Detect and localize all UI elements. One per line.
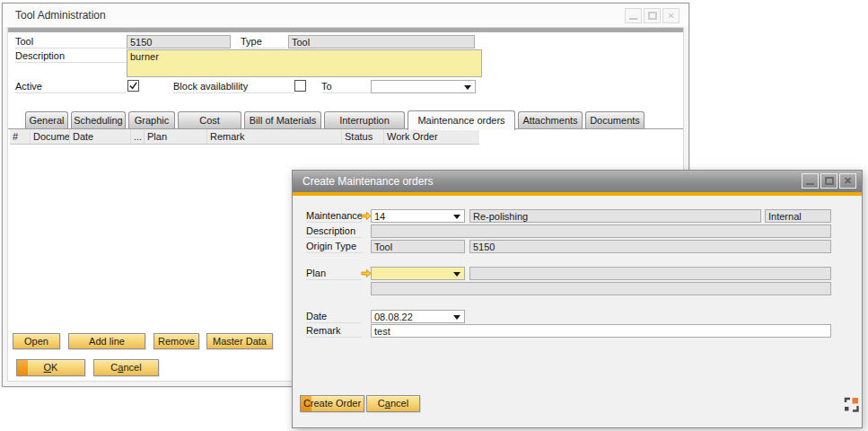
col-number: # xyxy=(10,129,31,144)
origin-type-label: Origin Type xyxy=(306,241,362,253)
orders-table-header: # Document Date ... Plan Remark Status W… xyxy=(10,129,479,145)
col-date: Date xyxy=(70,129,131,144)
create-maintenance-orders-dialog: Create Maintenance orders ✕ Maintenance … xyxy=(292,170,863,428)
tab-strip: General Scheduling Graphic Cost Bill of … xyxy=(25,110,644,128)
tool-field: 5150 xyxy=(127,35,231,48)
col-link: ... xyxy=(131,129,145,144)
window-title: Tool Administration xyxy=(15,9,106,22)
tab-cost[interactable]: Cost xyxy=(178,111,241,128)
ok-button[interactable]: OK xyxy=(16,359,85,376)
type-field: Tool xyxy=(288,35,475,48)
checkmark-icon xyxy=(128,81,138,91)
tab-maintenance-orders[interactable]: Maintenance orders xyxy=(408,110,515,130)
col-remark: Remark xyxy=(207,129,342,144)
title-bar: Tool Administration ✕ xyxy=(3,4,688,27)
col-status: Status xyxy=(342,129,384,144)
minimize-icon[interactable] xyxy=(625,8,642,23)
description-label: Description xyxy=(15,50,127,63)
chevron-down-icon xyxy=(464,85,471,90)
minimize-icon[interactable] xyxy=(802,173,819,189)
col-work-order: Work Order xyxy=(384,129,479,144)
close-icon[interactable]: ✕ xyxy=(839,173,856,189)
dialog-title: Create Maintenance orders xyxy=(302,175,433,188)
origin-type-field: Tool xyxy=(371,240,465,253)
dialog-description-label: Description xyxy=(306,225,362,238)
add-line-button[interactable]: Add line xyxy=(68,333,145,349)
toolbar-separator xyxy=(8,28,683,32)
remove-button[interactable]: Remove xyxy=(153,333,199,349)
date-dropdown[interactable]: 08.08.22 xyxy=(371,310,465,323)
chevron-down-icon xyxy=(453,215,460,219)
date-label: Date xyxy=(306,311,362,323)
block-availability-label: Block availablility xyxy=(173,81,295,93)
gold-accent-line xyxy=(293,192,862,196)
close-icon[interactable]: ✕ xyxy=(662,8,679,23)
dialog-description-field xyxy=(371,224,831,238)
tool-label: Tool xyxy=(15,36,127,48)
description-field[interactable]: burner xyxy=(127,49,482,77)
remark-input[interactable]: test xyxy=(371,324,831,338)
maximize-icon[interactable] xyxy=(644,8,661,23)
col-plan: Plan xyxy=(145,129,207,144)
maintenance-dropdown[interactable]: 14 xyxy=(371,209,465,223)
active-label: Active xyxy=(15,81,127,93)
plan-label: Plan xyxy=(306,268,362,280)
maintenance-label: Maintenance xyxy=(306,210,362,223)
maintenance-description-field: Re-polishing xyxy=(469,209,761,223)
chevron-down-icon xyxy=(453,272,460,277)
block-availability-checkbox[interactable] xyxy=(294,80,306,92)
create-order-button[interactable]: Create Order xyxy=(300,395,364,412)
tab-general[interactable]: General xyxy=(25,111,68,128)
tab-interruption[interactable]: Interruption xyxy=(324,111,405,128)
chevron-down-icon xyxy=(453,315,460,320)
type-label: Type xyxy=(241,36,286,48)
tab-attachments[interactable]: Attachments xyxy=(518,111,583,128)
default-button-accent xyxy=(17,360,28,375)
tab-scheduling[interactable]: Scheduling xyxy=(71,111,126,128)
remark-label: Remark xyxy=(306,325,362,338)
to-dropdown[interactable] xyxy=(371,80,476,93)
dialog-cancel-button[interactable]: Cancel xyxy=(366,395,420,412)
open-button[interactable]: Open xyxy=(13,333,60,349)
plan-dropdown[interactable] xyxy=(371,267,465,280)
resize-grip-icon[interactable] xyxy=(844,397,859,412)
tab-graphic[interactable]: Graphic xyxy=(128,111,175,128)
plan-name-field xyxy=(469,267,831,280)
to-label: To xyxy=(321,81,371,93)
tab-documents[interactable]: Documents xyxy=(585,111,644,128)
maintenance-type-field: Internal xyxy=(765,209,831,223)
tab-bill-of-materials[interactable]: Bill of Materials xyxy=(244,111,321,128)
plan-detail-field xyxy=(371,282,831,295)
dialog-title-bar: Create Maintenance orders ✕ xyxy=(293,171,862,192)
active-checkbox[interactable] xyxy=(127,80,139,92)
master-data-button[interactable]: Master Data xyxy=(206,333,273,349)
col-document: Document xyxy=(31,129,70,144)
origin-id-field: 5150 xyxy=(469,240,831,253)
cancel-button[interactable]: Cancel xyxy=(93,359,159,376)
maximize-icon[interactable] xyxy=(820,173,837,189)
